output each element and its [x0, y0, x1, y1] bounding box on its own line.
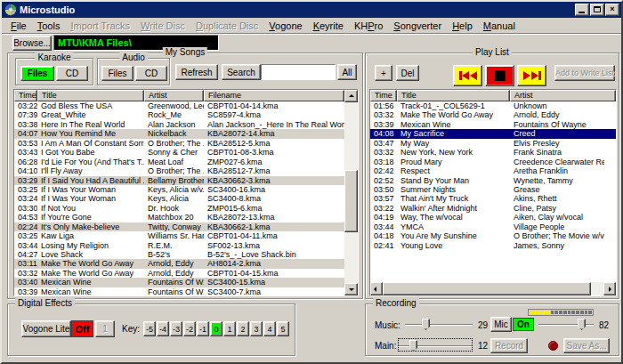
menu-khpro[interactable]: KHPro: [349, 20, 388, 32]
playlist-scroll-thumb[interactable]: [383, 282, 591, 295]
song-row[interactable]: 03:43I Got You BabeSonny & CherCBPT01-08…: [14, 148, 358, 157]
song-row[interactable]: 04:27Love ShackB-52'sB-52's_-_Love Shack…: [14, 250, 358, 259]
playlist-row[interactable]: 03:47My WayElvis Presley: [370, 139, 616, 148]
mic-button[interactable]: Mic: [490, 317, 512, 332]
menu-keyrite[interactable]: Keyrite: [308, 20, 349, 32]
song-row[interactable]: 03:11Make The World Go AwayArnold, EddyA…: [14, 259, 358, 268]
song-row[interactable]: 03:40Mexican WineFountains Of W...SC3400…: [14, 278, 358, 287]
song-row[interactable]: 03:29If I Said You Had A Beautiful ...Be…: [14, 176, 358, 185]
song-row[interactable]: 04:53If You're GoneMatchbox 20KBA28072-1…: [14, 213, 358, 222]
close-icon[interactable]: ×: [605, 4, 619, 16]
pl-col-header-time[interactable]: Time: [370, 90, 397, 101]
song-row[interactable]: 02:24It's Only Make-believeTwitty, Conwa…: [14, 222, 358, 231]
song-row[interactable]: 03:25Kaw LigaWilliams Sr. HankCBPT01-04-…: [14, 231, 358, 240]
key-button-2[interactable]: 2: [237, 321, 249, 336]
browse-button[interactable]: Browse...: [12, 36, 52, 51]
karaoke-cd-button[interactable]: CD: [56, 66, 88, 81]
playlist-horizontal-scrollbar[interactable]: [370, 282, 616, 295]
col-header-filename[interactable]: Filename: [204, 90, 344, 101]
karaoke-files-button[interactable]: Files: [20, 66, 54, 81]
col-header-artist[interactable]: Artist: [144, 90, 204, 101]
song-row[interactable]: 06:28I'd Lie For You (And That's T...Mea…: [14, 158, 358, 166]
audio-cd-button[interactable]: CD: [135, 66, 167, 81]
music-slider[interactable]: [405, 318, 473, 331]
all-button[interactable]: All: [337, 64, 357, 80]
song-row[interactable]: 03:38Here In The Real WorldAlan JacksonA…: [14, 120, 358, 129]
song-row[interactable]: 03:53I Am A Man Of Constant Sorr...O Bro…: [14, 139, 358, 148]
audio-files-button[interactable]: Files: [101, 66, 134, 81]
menu-tools[interactable]: Tools: [32, 20, 66, 32]
playlist-row[interactable]: 03:18Proud MaryCreedence Clearwater Revi…: [370, 158, 616, 166]
playlist-del-button[interactable]: Del: [396, 65, 419, 81]
main-slider[interactable]: [398, 338, 473, 352]
refresh-button[interactable]: Refresh: [175, 64, 218, 80]
playlist-row[interactable]: 03:22Walkin' After MidnightCline, Patsy: [370, 204, 616, 213]
playlist-row[interactable]: 04:08My SacrificeCreed: [370, 129, 616, 138]
mic-slider[interactable]: [538, 318, 594, 331]
col-header-title[interactable]: Title: [37, 90, 144, 101]
playlist-row[interactable]: 03:32Make The World Go AwayArnold, Eddy: [370, 110, 616, 119]
menu-vogone[interactable]: Vogone: [263, 20, 307, 32]
add-to-write-list-button[interactable]: Add to Write List: [554, 65, 615, 81]
playlist-row[interactable]: 04:18You Are My SunshineO Brother; The M…: [370, 231, 616, 240]
playlist-add-button[interactable]: +: [375, 65, 392, 81]
key-button-0[interactable]: 0: [210, 321, 222, 336]
song-row[interactable]: 03:25If I Was Your WomanKeys, Alicia w/v…: [14, 185, 358, 194]
record-button[interactable]: Record: [490, 338, 528, 353]
menu-manual[interactable]: Manual: [478, 20, 521, 32]
previous-track-button[interactable]: [453, 65, 482, 86]
next-track-button[interactable]: [517, 65, 546, 86]
song-row[interactable]: 03:39Mexican WineFountains Of W...SC3400…: [14, 287, 358, 296]
minimize-icon[interactable]: [575, 4, 589, 16]
search-button[interactable]: Search: [222, 64, 261, 80]
song-row[interactable]: 03:30If Not YouDr. HookZMP015-6.kma: [14, 204, 358, 213]
search-input[interactable]: [261, 64, 336, 80]
playlist-row[interactable]: 04:19Way, The w/vocalAiken, Clay w/vocal: [370, 213, 616, 222]
playlist-row[interactable]: 03:57That Ain't My TruckAkins, Rhett: [370, 194, 616, 203]
menu-songverter[interactable]: Songverter: [388, 20, 447, 32]
playlist-row[interactable]: 03:50Summer NightsGrease: [370, 185, 616, 194]
songs-scroll-thumb[interactable]: [344, 170, 358, 232]
song-row[interactable]: 03:22God Bless The USAGreenwood, LeeCBPT…: [14, 101, 358, 110]
main-slider-thumb[interactable]: [409, 340, 417, 352]
pl-col-header-artist[interactable]: Artist: [510, 90, 616, 101]
songs-vertical-scrollbar[interactable]: [344, 90, 358, 295]
menu-file[interactable]: File: [5, 20, 32, 32]
key-button-1[interactable]: 1: [223, 321, 236, 336]
playlist-row[interactable]: 02:41Young LoveJames, Sonny: [370, 241, 616, 250]
music-slider-thumb[interactable]: [422, 319, 430, 330]
key-button--3[interactable]: -3: [170, 321, 182, 336]
song-row[interactable]: 03:32Make The World Go AwayArnold, EddyC…: [14, 269, 358, 278]
key-button-4[interactable]: 4: [263, 321, 276, 336]
playlist-row[interactable]: 03:44YMCAVillage People: [370, 222, 616, 231]
song-row[interactable]: 03:44Losing My ReligionR.E.M.SF002-13.km…: [14, 241, 358, 250]
song-row[interactable]: 04:07How You Remind MeNickelbackKBA28072…: [14, 129, 358, 138]
key-button--2[interactable]: -2: [183, 321, 196, 336]
scroll-up-icon[interactable]: [344, 90, 358, 102]
key-button-5[interactable]: 5: [277, 321, 289, 336]
maximize-icon[interactable]: [590, 4, 604, 16]
playlist-row[interactable]: 01:56Track-01_-_COL5629-1Unknown: [370, 101, 616, 110]
key-button-3[interactable]: 3: [250, 321, 263, 336]
mic-slider-thumb[interactable]: [578, 319, 586, 330]
stop-button[interactable]: [485, 65, 514, 86]
song-row[interactable]: 03:24If I Was Your WomanKeys, AliciaSC34…: [14, 194, 358, 203]
scroll-left-icon[interactable]: [370, 282, 383, 295]
vogone-lite-button[interactable]: Vogone Lite: [21, 320, 71, 337]
playlist-row[interactable]: 03:39Mexican WineFountains Of Wayne: [370, 120, 616, 129]
playlist-row[interactable]: 03:32New York, New YorkFrank Sinatra: [370, 148, 616, 157]
key-button--1[interactable]: -1: [197, 321, 209, 336]
key-button--4[interactable]: -4: [157, 321, 169, 336]
pl-col-header-title[interactable]: Title: [397, 90, 510, 101]
song-row[interactable]: 07:39Great_WhiteRock_MeSC8597-4.kma: [14, 110, 358, 119]
save-as-button[interactable]: Save As...: [563, 338, 610, 353]
song-row[interactable]: 04:10I'll Fly AwayO Brother; The ...KBA2…: [14, 166, 358, 175]
menu-help[interactable]: Help: [447, 20, 478, 32]
playlist-row[interactable]: 02:52Stand By Your ManWynette, Tammy: [370, 176, 616, 185]
playlist-row[interactable]: 02:42RespectAretha Franklin: [370, 166, 616, 175]
col-header-time[interactable]: Time: [14, 90, 37, 101]
vogone-preset-button[interactable]: 1: [95, 320, 115, 337]
key-button--5[interactable]: -5: [143, 321, 156, 336]
scroll-down-icon[interactable]: [344, 283, 358, 295]
scroll-right-icon[interactable]: [603, 282, 616, 295]
